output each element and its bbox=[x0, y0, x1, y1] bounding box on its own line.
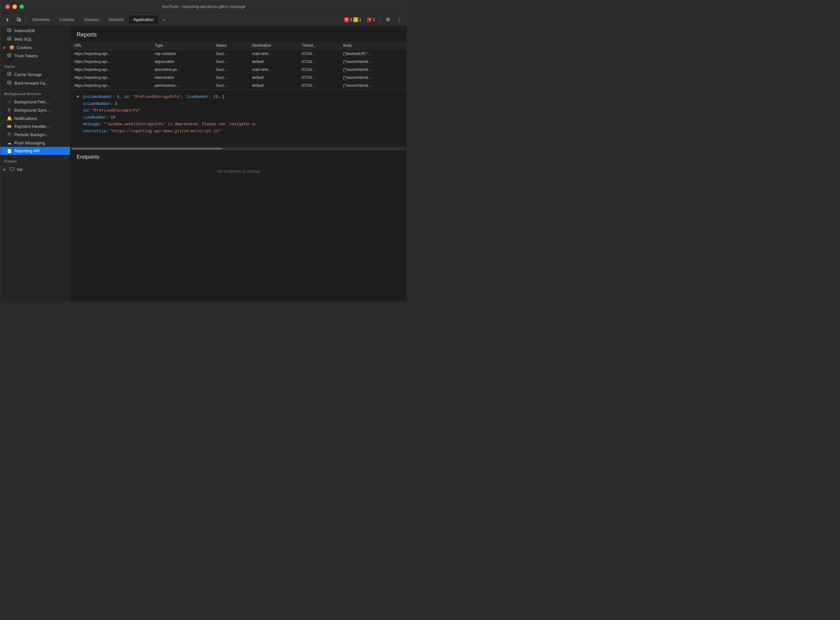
tab-sources[interactable]: Sources bbox=[80, 15, 104, 24]
sidebar-label-indexed-db: IndexedDB bbox=[14, 28, 35, 33]
notifications-icon: 🔔 bbox=[7, 116, 12, 121]
tab-elements[interactable]: Elements bbox=[28, 15, 54, 24]
svg-point-5 bbox=[8, 72, 11, 74]
table-header-row: URL Type Status Destination Timest… Body bbox=[70, 41, 407, 50]
maximize-button[interactable] bbox=[20, 5, 24, 9]
sidebar-item-frames-top[interactable]: ▶ top bbox=[0, 165, 70, 173]
titlebar: DevTools - reporting-api-demo.glitch.me/… bbox=[0, 0, 407, 13]
cell-3-3: default bbox=[248, 74, 298, 82]
scrollbar-thumb[interactable] bbox=[72, 148, 222, 149]
sidebar-item-back-forward[interactable]: Back-forward Ca… bbox=[0, 79, 70, 87]
col-status: Status bbox=[212, 41, 248, 50]
cell-3-5: {"columnNumb… bbox=[339, 74, 407, 82]
json-panel: ▼ {columnNumber: 8, id: "PrefixedStorage… bbox=[70, 90, 407, 147]
json-summary-text: { bbox=[82, 95, 84, 99]
error-badge[interactable]: ✕ 2 ⚠ 1 bbox=[342, 16, 363, 23]
table-row[interactable]: https://reporting-api…interventionSucc…d… bbox=[70, 74, 407, 82]
device-toolbar-button[interactable] bbox=[14, 15, 24, 25]
cell-2-2: Succ… bbox=[212, 66, 248, 74]
sidebar-label-bg-sync: Background Sync… bbox=[14, 108, 51, 113]
svg-rect-1 bbox=[20, 19, 21, 21]
sidebar-item-trust-tokens[interactable]: Trust Tokens bbox=[0, 51, 70, 60]
cell-0-0: https://reporting-api… bbox=[70, 50, 151, 58]
warn-count: 1 bbox=[359, 18, 362, 22]
cursor-tool-button[interactable] bbox=[3, 15, 13, 25]
cell-4-3: default bbox=[248, 82, 298, 90]
cell-0-4: 07/10/… bbox=[298, 50, 339, 58]
horizontal-scrollbar[interactable] bbox=[70, 147, 407, 150]
bg-fetch-icon: ↑↓ bbox=[7, 99, 12, 104]
sidebar-label-payment-handler: Payment Handler… bbox=[14, 124, 50, 129]
sidebar-item-web-sql[interactable]: Web SQL bbox=[0, 35, 70, 44]
table-row[interactable]: https://reporting-api…document-po…Succ…m… bbox=[70, 66, 407, 74]
settings-button[interactable]: ⚙ bbox=[383, 15, 393, 25]
tab-application[interactable]: Application bbox=[129, 15, 158, 24]
sidebar-item-periodic-bg[interactable]: ⏱ Periodic Backgro… bbox=[0, 130, 70, 138]
table-row[interactable]: https://reporting-api…deprecationSucc…de… bbox=[70, 58, 407, 66]
sidebar-item-indexed-db[interactable]: IndexedDB bbox=[0, 26, 70, 35]
reports-title: Reports bbox=[70, 26, 407, 41]
cell-0-2: Succ… bbox=[212, 50, 248, 58]
payment-handler-icon: 💳 bbox=[7, 124, 12, 128]
sidebar-label-notifications: Notifications bbox=[14, 116, 37, 121]
toolbar: Elements Console Sources Network Applica… bbox=[0, 13, 407, 26]
tab-console[interactable]: Console bbox=[55, 15, 79, 24]
sidebar-item-cache-storage[interactable]: Cache Storage bbox=[0, 70, 70, 79]
sidebar-item-payment-handler[interactable]: 💳 Payment Handler… bbox=[0, 122, 70, 130]
cell-3-1: intervention bbox=[151, 74, 212, 82]
svg-point-2 bbox=[8, 28, 11, 30]
sidebar-item-push-messaging[interactable]: ☁ Push Messaging bbox=[0, 138, 70, 147]
cell-4-5: {"columnNumb… bbox=[339, 82, 407, 90]
sidebar-label-back-forward: Back-forward Ca… bbox=[14, 81, 49, 86]
json-field-source-file: sourceFile: "https://reporting-api-demo.… bbox=[83, 128, 401, 135]
sidebar-label-cookies: Cookies bbox=[17, 45, 32, 50]
bg-services-section-label: Background Services bbox=[0, 87, 70, 98]
frames-section-label: Frames bbox=[0, 155, 70, 165]
cache-section-label: Cache bbox=[0, 60, 70, 70]
x-icon: ✕ bbox=[367, 17, 372, 22]
svg-rect-0 bbox=[17, 18, 19, 21]
cell-2-5: {"columnNumb… bbox=[339, 66, 407, 74]
cell-0-1: csp-violation bbox=[151, 50, 212, 58]
sidebar-label-frames-top: top bbox=[17, 167, 23, 172]
tab-network[interactable]: Network bbox=[104, 15, 128, 24]
main-area: IndexedDB Web SQL ▶ 🍪 Cookies Trust Toke… bbox=[0, 26, 407, 302]
bg-sync-icon: ↻ bbox=[7, 107, 12, 113]
sidebar-label-reporting-api: Reporting API bbox=[14, 149, 40, 153]
json-summary-line[interactable]: ▼ {columnNumber: 8, id: "PrefixedStorage… bbox=[77, 94, 401, 101]
cell-1-2: Succ… bbox=[212, 58, 248, 66]
more-options-button[interactable]: ⋮ bbox=[394, 15, 404, 25]
cell-1-4: 07/10/… bbox=[298, 58, 339, 66]
frames-top-arrow-icon: ▶ bbox=[3, 167, 6, 171]
periodic-bg-icon: ⏱ bbox=[7, 132, 12, 137]
json-expand-icon[interactable]: ▼ bbox=[77, 95, 79, 99]
close-button[interactable] bbox=[5, 5, 10, 9]
cell-2-4: 07/10/… bbox=[298, 66, 339, 74]
cell-1-0: https://reporting-api… bbox=[70, 58, 151, 66]
json-field-line-number: lineNumber: 19 bbox=[83, 114, 401, 122]
tab-more[interactable]: » bbox=[159, 15, 170, 24]
col-type: Type bbox=[151, 41, 212, 50]
sidebar-item-bg-sync[interactable]: ↻ Background Sync… bbox=[0, 106, 70, 114]
cell-0-3: main-end… bbox=[248, 50, 298, 58]
sidebar-item-notifications[interactable]: 🔔 Notifications bbox=[0, 114, 70, 122]
json-fields: columnNumber: 8 id: "PrefixedStorageInfo… bbox=[77, 101, 401, 135]
x-badge[interactable]: ✕ 1 bbox=[365, 16, 377, 23]
sidebar-item-reporting-api[interactable]: 📄 Reporting API bbox=[0, 147, 70, 155]
sidebar-label-cache-storage: Cache Storage bbox=[14, 72, 42, 77]
minimize-button[interactable] bbox=[12, 5, 17, 9]
table-row[interactable]: https://reporting-api…permissions-…Succ…… bbox=[70, 82, 407, 90]
cell-2-0: https://reporting-api… bbox=[70, 66, 151, 74]
devtools-window: DevTools - reporting-api-demo.glitch.me/… bbox=[0, 0, 407, 302]
cell-4-0: https://reporting-api… bbox=[70, 82, 151, 90]
svg-rect-7 bbox=[10, 167, 14, 170]
sidebar-item-bg-fetch[interactable]: ↑↓ Background Fetc… bbox=[0, 98, 70, 106]
scrollbar-track[interactable] bbox=[72, 148, 406, 149]
web-sql-icon bbox=[7, 36, 12, 42]
push-messaging-icon: ☁ bbox=[7, 140, 12, 145]
table-row[interactable]: https://reporting-api…csp-violationSucc…… bbox=[70, 50, 407, 58]
sidebar-item-cookies[interactable]: ▶ 🍪 Cookies bbox=[0, 44, 70, 51]
col-timestamp: Timest… bbox=[298, 41, 339, 50]
sidebar-label-periodic-bg: Periodic Backgro… bbox=[14, 132, 50, 137]
endpoints-area: Endpoints No endpoints to display bbox=[70, 150, 407, 180]
